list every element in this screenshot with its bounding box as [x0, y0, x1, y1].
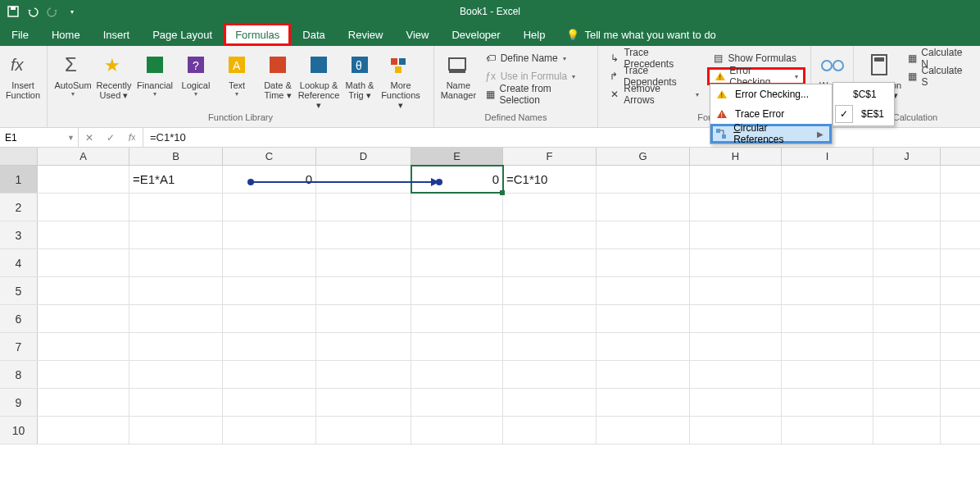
row-header-6[interactable]: 6: [0, 305, 38, 332]
cell-d1[interactable]: [316, 166, 411, 193]
customize-qat-icon[interactable]: ▾: [66, 5, 79, 18]
cell-d5[interactable]: [316, 277, 411, 304]
row-header-8[interactable]: 8: [0, 361, 38, 388]
cell-a5[interactable]: [38, 277, 129, 304]
cell-a6[interactable]: [38, 305, 129, 332]
cell-j2[interactable]: [873, 194, 941, 221]
cell-c7[interactable]: [223, 333, 316, 360]
cell-e10[interactable]: [411, 417, 503, 444]
cell-a1[interactable]: [38, 166, 129, 193]
row-header-4[interactable]: 4: [0, 249, 38, 276]
cell-a4[interactable]: [38, 249, 129, 276]
col-header-d[interactable]: D: [316, 148, 411, 165]
cell-f10[interactable]: [503, 417, 597, 444]
row-header-5[interactable]: 5: [0, 277, 38, 304]
cell-e1[interactable]: 0: [411, 166, 503, 193]
cell-d2[interactable]: [316, 194, 411, 221]
cell-j6[interactable]: [873, 305, 941, 332]
remove-arrows-button[interactable]: ✕Remove Arrows: [603, 85, 704, 103]
cell-b4[interactable]: [129, 249, 223, 276]
cell-h2[interactable]: [690, 194, 782, 221]
cell-e3[interactable]: [411, 221, 503, 248]
cell-e5[interactable]: [411, 277, 503, 304]
cell-e7[interactable]: [411, 333, 503, 360]
cell-c8[interactable]: [223, 361, 316, 388]
row-header-2[interactable]: 2: [0, 194, 38, 221]
tab-data[interactable]: Data: [291, 23, 336, 46]
cell-h8[interactable]: [690, 361, 782, 388]
cell-g5[interactable]: [597, 277, 690, 304]
insert-function-button[interactable]: fx InsertFunction: [5, 49, 41, 100]
cell-c1[interactable]: 0: [223, 166, 316, 193]
cell-g4[interactable]: [597, 249, 690, 276]
create-from-selection-button[interactable]: ▦Create from Selection: [479, 85, 592, 103]
tab-insert[interactable]: Insert: [92, 23, 142, 46]
cell-h10[interactable]: [690, 417, 782, 444]
cell-d9[interactable]: [316, 389, 411, 416]
menu-item-trace-error[interactable]: !Trace Error: [710, 104, 832, 124]
row-header-10[interactable]: 10: [0, 417, 38, 444]
tab-formulas[interactable]: Formulas: [224, 23, 291, 46]
cell-b5[interactable]: [129, 277, 223, 304]
cell-h4[interactable]: [690, 249, 782, 276]
name-manager-button[interactable]: NameManager: [439, 49, 478, 100]
col-header-i[interactable]: I: [782, 148, 873, 165]
cell-e4[interactable]: [411, 249, 503, 276]
cell-h5[interactable]: [690, 277, 782, 304]
calculate-sheet-button[interactable]: ▦Calculate S: [901, 67, 972, 85]
col-header-f[interactable]: F: [503, 148, 597, 165]
cell-a2[interactable]: [38, 194, 129, 221]
fx-button[interactable]: fx: [121, 132, 143, 144]
cell-i7[interactable]: [782, 333, 873, 360]
cell-b1[interactable]: =E1*A1: [129, 166, 223, 193]
col-header-e[interactable]: E: [411, 148, 503, 165]
text-button[interactable]: A Text▾: [216, 49, 257, 98]
redo-icon[interactable]: [46, 5, 59, 18]
cell-e6[interactable]: [411, 305, 503, 332]
cell-g1[interactable]: [597, 166, 690, 193]
cell-i3[interactable]: [782, 221, 873, 248]
cell-j3[interactable]: [873, 221, 941, 248]
financial-button[interactable]: Financial▾: [134, 49, 175, 98]
more-functions-button[interactable]: MoreFunctions ▾: [380, 49, 421, 110]
cell-b9[interactable]: [129, 389, 223, 416]
tab-file[interactable]: File: [0, 23, 40, 46]
cell-f7[interactable]: [503, 333, 597, 360]
cell-i2[interactable]: [782, 194, 873, 221]
cell-a3[interactable]: [38, 221, 129, 248]
tab-page-layout[interactable]: Page Layout: [141, 23, 224, 46]
cell-i5[interactable]: [782, 277, 873, 304]
cell-b3[interactable]: [129, 221, 223, 248]
tab-home[interactable]: Home: [40, 23, 92, 46]
col-header-a[interactable]: A: [38, 148, 129, 165]
tab-developer[interactable]: Developer: [440, 23, 511, 46]
cell-a8[interactable]: [38, 361, 129, 388]
cell-i8[interactable]: [782, 361, 873, 388]
circular-ref-item-0[interactable]: $C$1: [835, 84, 892, 104]
cell-c6[interactable]: [223, 305, 316, 332]
col-header-g[interactable]: G: [597, 148, 690, 165]
cell-j7[interactable]: [873, 333, 941, 360]
cell-i1[interactable]: [782, 166, 873, 193]
menu-item-error-checking[interactable]: !Error Checking...: [710, 84, 832, 104]
undo-icon[interactable]: [26, 5, 39, 18]
autosum-button[interactable]: Σ AutoSum▾: [52, 49, 93, 98]
date-time-button[interactable]: Date &Time ▾: [257, 49, 298, 100]
cell-f2[interactable]: [503, 194, 597, 221]
cell-g7[interactable]: [597, 333, 690, 360]
cell-j10[interactable]: [873, 417, 941, 444]
cell-d10[interactable]: [316, 417, 411, 444]
cell-h9[interactable]: [690, 389, 782, 416]
cell-d4[interactable]: [316, 249, 411, 276]
cell-j9[interactable]: [873, 389, 941, 416]
cell-g6[interactable]: [597, 305, 690, 332]
cell-f1[interactable]: =C1*10: [503, 166, 597, 193]
col-header-c[interactable]: C: [223, 148, 316, 165]
cell-j4[interactable]: [873, 249, 941, 276]
cell-j8[interactable]: [873, 361, 941, 388]
row-header-9[interactable]: 9: [0, 389, 38, 416]
recently-used-button[interactable]: ★ RecentlyUsed ▾: [93, 49, 134, 100]
cell-c9[interactable]: [223, 389, 316, 416]
cell-e2[interactable]: [411, 194, 503, 221]
cell-g9[interactable]: [597, 389, 690, 416]
